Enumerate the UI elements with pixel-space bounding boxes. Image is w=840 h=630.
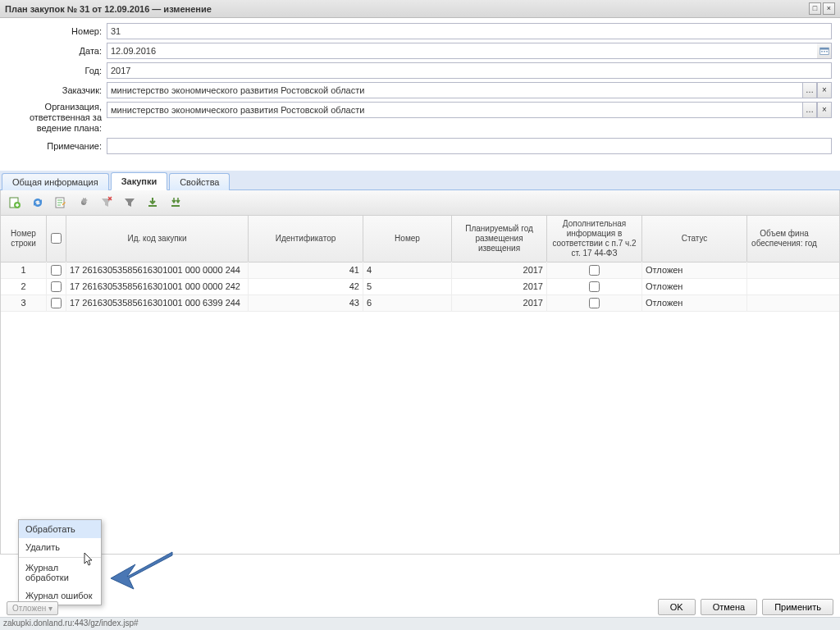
ellipsis-icon[interactable]: … [802,82,817,98]
cell-checkbox[interactable] [47,278,66,294]
status-bar: zakupki.donland.ru:443/gz/index.jsp# [0,617,840,630]
tab-purchases[interactable]: Закупки [111,172,168,190]
download-icon[interactable] [144,194,162,212]
col-checkbox[interactable] [47,216,66,262]
org-input[interactable] [107,102,802,118]
cell-id: 17 26163053585616301001 000 0000 244 [66,262,249,278]
row-checkbox[interactable] [51,298,62,308]
col-id[interactable]: Ид. код закупки [66,216,249,262]
svg-rect-10 [171,205,180,207]
extra-checkbox[interactable] [589,281,600,292]
footer-toolbar: Отложен ▾ [7,601,58,615]
customer-input[interactable] [107,82,802,98]
table-row[interactable]: 217 26163053585616301001 000 0000 242425… [1,279,839,295]
extra-checkbox[interactable] [589,298,600,308]
col-year[interactable]: Планируемый год размещения извещения [452,216,547,262]
cell-status: Отложен [642,278,747,294]
titlebar: План закупок № 31 от 12.09.2016 — измене… [0,0,840,18]
cancel-button[interactable]: Отмена [701,599,757,615]
svg-rect-2 [821,51,823,52]
cell-year: 2017 [452,262,547,278]
window-title: План закупок № 31 от 12.09.2016 — измене… [5,4,212,14]
refresh-icon[interactable] [29,194,47,212]
clear-icon[interactable]: × [817,102,832,118]
cell-num: 5 [363,278,452,294]
cell-fin [747,262,821,278]
cell-id: 17 26163053585616301001 000 0000 242 [66,278,249,294]
col-status[interactable]: Статус [642,216,747,262]
filter-icon[interactable] [121,194,139,212]
cell-fin [747,278,821,294]
cell-ident: 41 [249,262,363,278]
status-split-button[interactable]: Отложен ▾ [7,601,58,615]
grid-toolbar [0,190,840,216]
calendar-icon[interactable] [817,43,832,59]
context-menu: Обработать Удалить Журнал обработки Журн… [18,519,102,605]
note-input[interactable] [107,138,832,154]
col-fin[interactable]: Объем фина обеспечения: год [747,216,821,262]
extra-checkbox[interactable] [589,265,600,276]
cell-num: 4 [363,262,452,278]
menu-process[interactable]: Обработать [19,520,101,538]
year-label: Год: [8,66,107,75]
add-icon[interactable] [6,194,24,212]
menu-delete[interactable]: Удалить [19,538,101,556]
table-row[interactable]: 317 26163053585616301001 000 6399 244436… [1,295,839,312]
org-label: Организация, ответственная за ведение пл… [8,102,107,135]
cell-year: 2017 [452,294,547,311]
menu-log-process[interactable]: Журнал обработки [19,559,101,587]
grid: Номер строки Ид. код закупки Идентификат… [0,216,840,555]
cell-extra[interactable] [547,278,642,294]
ok-button[interactable]: OK [658,599,696,615]
customer-label: Заказчик: [8,85,107,95]
col-extra[interactable]: Дополнительная информация в соответствии… [547,216,642,262]
download-all-icon[interactable] [167,194,185,212]
cell-num: 6 [363,294,452,311]
cell-year: 2017 [452,278,547,294]
menu-separator [19,557,101,558]
cell-status: Отложен [642,294,747,311]
col-ident[interactable]: Идентификатор [249,216,363,262]
cell-checkbox[interactable] [47,294,66,311]
svg-rect-1 [819,48,829,49]
cell-id: 17 26163053585616301001 000 6399 244 [66,294,249,311]
cell-ident: 42 [249,278,363,294]
cell-rownum: 3 [1,294,47,311]
tab-properties[interactable]: Свойства [169,173,230,190]
form-area: Номер: Дата: Год: Заказчик: … × [0,18,840,166]
date-input[interactable] [107,43,817,59]
number-label: Номер: [8,26,107,36]
grid-header: Номер строки Ид. код закупки Идентификат… [1,216,839,262]
cell-rownum: 2 [1,278,47,294]
cell-status: Отложен [642,262,747,278]
filter-clear-icon[interactable] [98,194,116,212]
gear-icon[interactable] [75,194,93,212]
footer-buttons: OK Отмена Применить [658,599,833,615]
ellipsis-icon[interactable]: … [802,102,817,118]
clear-icon[interactable]: × [817,82,832,98]
svg-rect-9 [148,205,157,207]
cell-ident: 43 [249,294,363,311]
header-checkbox[interactable] [51,233,62,244]
year-input[interactable] [107,62,832,79]
cell-checkbox[interactable] [47,262,66,278]
col-rownum[interactable]: Номер строки [1,216,47,262]
cell-fin [747,294,821,311]
row-checkbox[interactable] [51,281,62,292]
edit-icon[interactable] [52,194,70,212]
cell-rownum: 1 [1,262,47,278]
cell-extra[interactable] [547,262,642,278]
svg-rect-4 [826,51,828,52]
tab-general[interactable]: Общая информация [2,173,109,190]
apply-button[interactable]: Применить [762,599,833,615]
number-input[interactable] [107,23,832,39]
col-num[interactable]: Номер [363,216,452,262]
row-checkbox[interactable] [51,265,62,276]
table-row[interactable]: 117 26163053585616301001 000 0000 244414… [1,262,839,279]
date-label: Дата: [8,46,107,56]
svg-rect-3 [824,51,825,52]
maximize-button[interactable]: □ [809,2,821,15]
close-button[interactable]: × [823,2,835,15]
note-label: Примечание: [8,141,107,151]
cell-extra[interactable] [547,294,642,311]
